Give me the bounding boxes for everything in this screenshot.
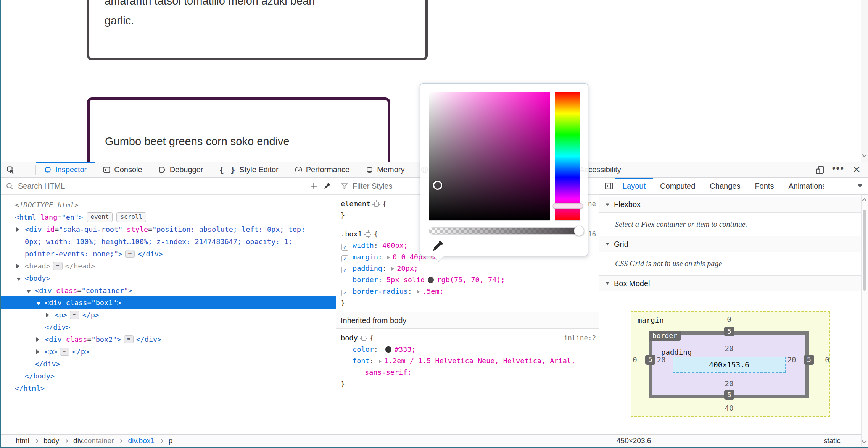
close-devtools-button[interactable]: ✕	[848, 164, 865, 176]
twisty[interactable]	[16, 225, 25, 233]
markup-line[interactable]: <div id="saka-gui-root" style="position:…	[1, 223, 336, 235]
node-target-icon[interactable]	[361, 336, 366, 341]
markup-line[interactable]: <div class="box2">⋯</div>	[1, 333, 336, 345]
declaration-checkbox[interactable]: ✓	[341, 267, 348, 273]
tab-animations[interactable]: Animations	[781, 178, 824, 194]
padding-top-value[interactable]: 20	[718, 344, 741, 353]
responsive-design-mode-button[interactable]	[812, 165, 828, 175]
margin-right-value[interactable]: 0	[818, 355, 837, 365]
markup-line[interactable]: <!DOCTYPE html>	[1, 199, 336, 211]
node-target-icon[interactable]	[374, 202, 379, 207]
twisty[interactable]	[36, 335, 45, 343]
section-grid-header[interactable]: Grid	[599, 236, 868, 252]
inline-content-ellipsis[interactable]: ⋯	[53, 262, 63, 270]
css-declaration[interactable]: ✓padding: 20px;	[336, 263, 599, 274]
meatball-menu-button[interactable]: •••	[830, 166, 847, 174]
tab-computed[interactable]: Computed	[653, 178, 702, 194]
css-declaration[interactable]: color: #333;	[336, 344, 599, 355]
markup-line[interactable]: <body>	[1, 272, 336, 284]
eyedropper-button[interactable]	[323, 182, 331, 190]
hue-slider[interactable]	[555, 92, 580, 221]
twisty[interactable]	[46, 311, 55, 319]
color-swatch[interactable]	[385, 346, 391, 353]
alpha-slider[interactable]	[429, 227, 580, 235]
section-flexbox-header[interactable]: Flexbox	[599, 197, 868, 213]
value-expander-icon[interactable]	[391, 267, 394, 271]
border-bottom-value[interactable]: 5	[724, 390, 734, 400]
css-declaration[interactable]: font: 1.2em / 1.5 Helvetica Neue, Helvet…	[336, 355, 599, 367]
scroll-up-icon[interactable]	[862, 198, 867, 203]
twisty[interactable]	[16, 262, 25, 270]
value-expander-icon[interactable]	[387, 256, 390, 259]
box-model-content[interactable]: 400×153.6	[673, 357, 786, 373]
value-expander-icon[interactable]	[417, 290, 420, 294]
breadcrumb-html[interactable]: html	[16, 437, 29, 445]
tab-layout[interactable]: Layout	[615, 178, 653, 194]
breadcrumb-div-container[interactable]: div.container	[73, 437, 114, 445]
color-swatch[interactable]	[428, 277, 434, 283]
pick-element-button[interactable]	[1, 162, 20, 177]
tab-memory[interactable]: Memory	[358, 162, 412, 177]
border-top-value[interactable]: 5	[724, 327, 734, 336]
margin-top-value[interactable]: 0	[718, 315, 741, 323]
markup-line[interactable]: <head>⋯</head>	[1, 260, 336, 272]
twisty[interactable]	[36, 348, 45, 356]
rule-source-link[interactable]: inline:2	[564, 332, 596, 344]
inline-content-ellipsis[interactable]: ⋯	[70, 311, 79, 319]
twisty[interactable]	[16, 274, 25, 282]
twisty[interactable]	[36, 299, 45, 307]
markup-badge[interactable]: event	[87, 212, 113, 222]
all-tabs-menu-button[interactable]	[855, 184, 865, 188]
markup-line[interactable]: </body>	[1, 370, 336, 382]
tab-changes[interactable]: Changes	[702, 178, 747, 194]
markup-line-selected[interactable]: <div class="box1">	[1, 296, 336, 309]
twisty[interactable]	[26, 286, 35, 294]
scroll-down-icon[interactable]	[862, 438, 867, 443]
markup-line[interactable]: <div class="container">	[1, 284, 336, 296]
picker-eyedropper-button[interactable]	[430, 239, 445, 253]
search-input[interactable]: Search HTML	[18, 182, 65, 191]
alpha-handle[interactable]	[574, 226, 584, 236]
tab-inspector[interactable]: Inspector	[36, 162, 95, 177]
layout-scrollbar[interactable]	[861, 195, 868, 446]
breadcrumb-div-box1[interactable]: div.box1	[128, 437, 154, 445]
markup-line[interactable]: </div>	[1, 357, 336, 370]
tab-style-editor[interactable]: { } Style Editor	[211, 162, 287, 177]
tab-debugger[interactable]: Debugger	[150, 162, 211, 177]
breadcrumb-body[interactable]: body	[43, 437, 59, 445]
add-node-button[interactable]	[309, 182, 318, 191]
section-box-model-header[interactable]: Box Model	[599, 275, 868, 291]
markup-line[interactable]: 0px; width: 100%; height…100%; z-index: …	[1, 235, 336, 247]
breadcrumb-p[interactable]: p	[169, 437, 173, 445]
markup-badge[interactable]: scroll	[116, 212, 146, 222]
box-model-diagram[interactable]: margin 0 5 border 20 padding 400×153.6 0…	[631, 311, 830, 417]
tab-console[interactable]: Console	[95, 162, 150, 177]
hue-handle[interactable]	[553, 203, 583, 209]
border-left-value[interactable]: 5	[645, 355, 655, 365]
padding-bottom-value[interactable]: 20	[718, 379, 741, 388]
margin-left-value[interactable]: 0	[625, 355, 644, 365]
inline-content-ellipsis[interactable]: ⋯	[125, 250, 135, 258]
declaration-checkbox[interactable]: ✓	[341, 255, 348, 262]
tab-fonts[interactable]: Fonts	[747, 178, 781, 194]
inline-content-ellipsis[interactable]: ⋯	[124, 335, 134, 343]
scroll-down-icon[interactable]	[862, 152, 867, 157]
node-target-icon[interactable]	[366, 232, 370, 237]
page-scrollbar[interactable]	[861, 0, 868, 162]
css-declaration[interactable]: border: 5px solidrgb(75, 70, 74);	[336, 274, 599, 286]
padding-right-value[interactable]: 20	[780, 355, 803, 365]
markup-line[interactable]: </html>	[1, 382, 336, 394]
value-expander-icon[interactable]	[379, 359, 382, 363]
markup-line[interactable]: <html lang="en">eventscroll	[1, 211, 336, 223]
markup-line[interactable]: <p>⋯</p>	[1, 309, 336, 321]
inline-content-ellipsis[interactable]: ⋯	[60, 348, 69, 356]
css-declaration[interactable]: ✓border-radius: .5em;	[336, 286, 599, 297]
markup-line[interactable]: <p>⋯</p>	[1, 345, 336, 357]
markup-line[interactable]: </div>	[1, 321, 336, 333]
filter-styles-input[interactable]: Filter Styles	[353, 182, 392, 191]
declaration-checkbox[interactable]: ✓	[341, 244, 348, 251]
expand-sidebar-icon[interactable]	[604, 181, 614, 191]
tab-performance[interactable]: Performance	[287, 162, 358, 177]
html-search-bar[interactable]: Search HTML	[1, 178, 336, 195]
saturation-lightness-area[interactable]	[429, 92, 550, 221]
